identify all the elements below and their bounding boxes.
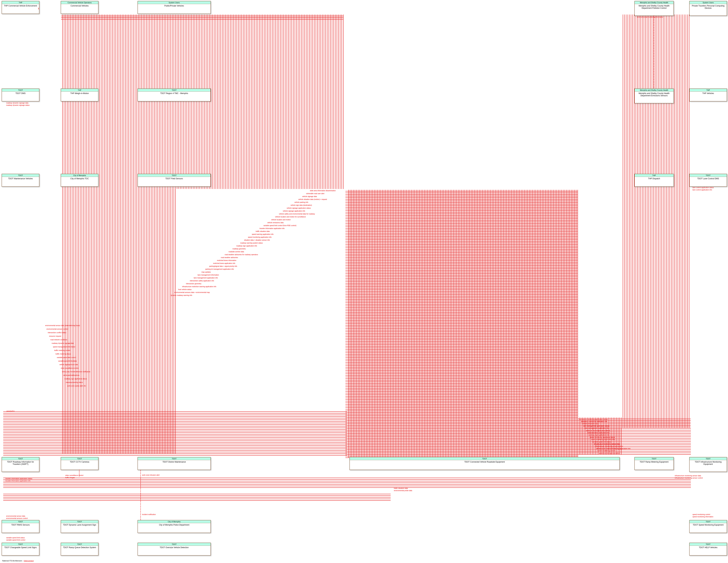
left-lower-label: variable speed limit status: [58, 360, 77, 362]
left-lower-label: wrong way vehicle detection notification: [62, 371, 90, 373]
node-memphis-toc[interactable]: City of Memphis City of Memphis TOC: [61, 174, 98, 187]
footer-note-link[interactable]: Interconnect: [24, 560, 34, 562]
right-stack-label: speed monitoring application info: [248, 236, 272, 238]
node-tdot-rwis[interactable]: TDOT TDOT RWIS Sensors: [2, 520, 39, 533]
horizontal-flow-band-bottom-a: [3, 476, 691, 488]
right-stack-label: parking/signal data + signal priority in…: [209, 265, 237, 267]
label-host-cv-status: pass/pull in: [6, 410, 15, 412]
node-tdot-lane-control-dms[interactable]: TDOT TDOT Lane Control DMS: [689, 174, 727, 187]
right-stack-label: roadway geometry: [232, 248, 246, 250]
node-head: TDOT: [690, 543, 727, 546]
left-lower-label: vehicle signage local data: [59, 364, 78, 366]
node-tdot-field-sensors[interactable]: TDOT TDOT Field Sensors: [138, 174, 211, 187]
right-stack-label: variable speed limit control (from RSE c…: [263, 225, 296, 226]
node-tdot-csls[interactable]: TDOT TDOT Changeable Speed Limit Signs: [2, 543, 39, 556]
right-stack-label: wide area information dissemination: [310, 190, 336, 191]
node-body: TDOT Oversize Vehicle Detection: [138, 546, 210, 555]
node-thp-cv-enforcement[interactable]: THP THP Commercial Vehicle Enforcement: [2, 1, 39, 14]
label-spd-mon-info: speed monitoring information: [692, 516, 713, 518]
left-lower-label: roadway sign application status: [65, 378, 87, 380]
node-body: TDOT Field Sensors: [138, 177, 210, 186]
node-mschd-pollution-control[interactable]: Memphis and Shelby County Health Memphis…: [634, 1, 674, 16]
node-head: City of Memphis: [138, 520, 210, 523]
right-lower-label: speed monitoring information: [599, 452, 620, 454]
node-head: Commercial Vehicle Operators: [61, 1, 98, 4]
footer-note: National ITS Architecture – Interconnect: [2, 560, 34, 562]
node-tdot-oversize[interactable]: TDOT TDOT Oversize Vehicle Detection: [138, 543, 211, 556]
left-lower-label: road network conditions: [50, 339, 67, 341]
label-env-data: environmental sensor data: [6, 515, 25, 517]
node-body: Commercial Vehicles: [61, 4, 98, 14]
node-body: TDOT DMS: [2, 92, 39, 101]
left-lower-label: resource request: [49, 335, 61, 337]
label-dms-in: roadway dynamic signage status: [6, 104, 30, 106]
label-rse-env-probe: environmental probe data: [394, 490, 412, 491]
node-body: TDOT RWIS Sensors: [2, 523, 39, 533]
node-body: Memphis and Shelby County Health Departm…: [635, 92, 673, 103]
node-head: Memphis and Shelby County Health: [635, 1, 673, 4]
right-stack-label: intersection geometry: [186, 283, 201, 285]
node-tdot-dist-maint[interactable]: TDOT TDOT District Maintenance: [138, 457, 211, 470]
node-public-private-vehicles[interactable]: System Users Public/Private Vehicles: [138, 1, 211, 14]
label-lane-info: lane control application info: [692, 189, 712, 191]
right-lower-label: speed monitoring application info: [591, 439, 615, 440]
right-stack-label: traffic situation data: [256, 230, 270, 232]
label-msch-env: environmental monitoring information: [637, 16, 664, 18]
node-body: City of Memphis TOC: [61, 177, 98, 186]
right-stack-label: intersection safety application info: [190, 280, 214, 282]
node-tdot-dyn-lane[interactable]: TDOT TDOT Dynamic Lane Assignment Sign: [61, 520, 98, 533]
right-stack-label: roadside archive data: [229, 251, 244, 252]
node-body: TDOT District Maintenance: [138, 460, 210, 470]
node-private-travelers-devices[interactable]: System Users Private Travelers Personal …: [689, 1, 727, 16]
node-head: System Users: [690, 1, 727, 4]
right-stack-label: vehicle emissions data: [267, 222, 284, 223]
node-tdot-swift[interactable]: TDOT TDOT Roadway Information for Travel…: [2, 457, 39, 472]
node-thp-vehicles[interactable]: THP THP Vehicles: [689, 88, 727, 101]
right-lower-label: emissions monitoring application status: [579, 418, 608, 420]
right-lower-label: restricted lanes application info: [587, 432, 609, 434]
left-lower-label: environmental sensors control: [46, 328, 68, 330]
node-body: TDOT Connected Vehicle Roadside Equipmen…: [350, 460, 619, 470]
node-tdot-maint-vehicles[interactable]: TDOT TDOT Maintenance Vehicles: [2, 174, 39, 187]
right-stack-label: lane management application info: [194, 277, 218, 279]
node-commercial-vehicles[interactable]: Commercial Vehicle Operators Commercial …: [61, 1, 98, 14]
node-body: THP Commercial Vehicle Enforcement: [2, 4, 39, 14]
right-stack-label: restricted lanes application info: [213, 262, 235, 264]
node-head: TDOT: [138, 457, 210, 460]
label-speed-in: variable speed limit status: [6, 537, 25, 539]
left-lower-label: roadway dynamic signage data: [52, 343, 74, 344]
node-body: Memphis and Shelby County Health Departm…: [635, 4, 673, 15]
node-head: TDOT: [61, 543, 98, 546]
right-stack-label: parking lot management application info: [205, 268, 234, 270]
left-lower-label: intersection conflict status: [48, 332, 66, 334]
right-stack-label: speed warning application info: [252, 233, 274, 235]
node-body: THP Weigh-in-Motion: [61, 92, 98, 101]
left-lower-label: work zone safety alert info: [67, 385, 86, 387]
left-lower-label: alerts and notifications: [63, 374, 79, 376]
right-stack-label: road weather advisories for roadway oper…: [225, 254, 258, 255]
node-tdot-r4-tmc[interactable]: TDOT TDOT Region 4 TMC - Memphis: [138, 88, 211, 101]
node-head: THP: [2, 1, 39, 4]
node-tdot-help[interactable]: TDOT TDOT HELP Vehicles: [689, 543, 727, 556]
node-tdot-infra-monitoring[interactable]: TDOT TDOT Infrastructure Monitoring Equi…: [689, 457, 727, 472]
label-dms-out: roadway dynamic signage data: [6, 102, 28, 104]
node-tdot-ramp-queue[interactable]: TDOT TDOT Ramp Queue Detection System: [61, 543, 98, 556]
node-thp-dispatch[interactable]: THP THP Dispatch: [634, 174, 674, 187]
right-lower-label: variable speed limit status: [592, 441, 611, 443]
node-tdot-dms[interactable]: TDOT TDOT DMS: [2, 88, 39, 101]
node-tdot-cctv[interactable]: TDOT TDOT CCTV Cameras: [61, 457, 98, 470]
right-stack-label: roadway sign application info: [236, 245, 257, 247]
node-body: TDOT Roadway Information for Travelers (…: [2, 460, 39, 472]
node-tdot-speed-monitoring[interactable]: TDOT TDOT Speed Monitoring Equipment: [689, 520, 727, 533]
right-stack-label: environmental sensors data + environment…: [174, 292, 210, 293]
left-lower-label: roadway warning status: [66, 382, 83, 383]
node-thp-wim[interactable]: THP THP Weigh-in-Motion: [61, 88, 98, 101]
footer-note-prefix: National ITS Architecture –: [2, 560, 24, 562]
node-tdot-ramp-metering[interactable]: TDOT TDOT Ramp Metering Equipment: [634, 457, 674, 470]
conn-dist-maint-down: [140, 470, 141, 520]
right-stack-label: vehicle situation data (motion) + reques…: [298, 198, 327, 200]
node-memphis-pd[interactable]: City of Memphis City of Memphis Police D…: [138, 520, 211, 533]
node-head: TDOT: [690, 174, 727, 177]
node-tdot-cv-rse[interactable]: TDOT TDOT Connected Vehicle Roadside Equ…: [349, 457, 620, 470]
node-mschd-emissions-sensors[interactable]: Memphis and Shelby County Health Memphis…: [634, 88, 674, 103]
